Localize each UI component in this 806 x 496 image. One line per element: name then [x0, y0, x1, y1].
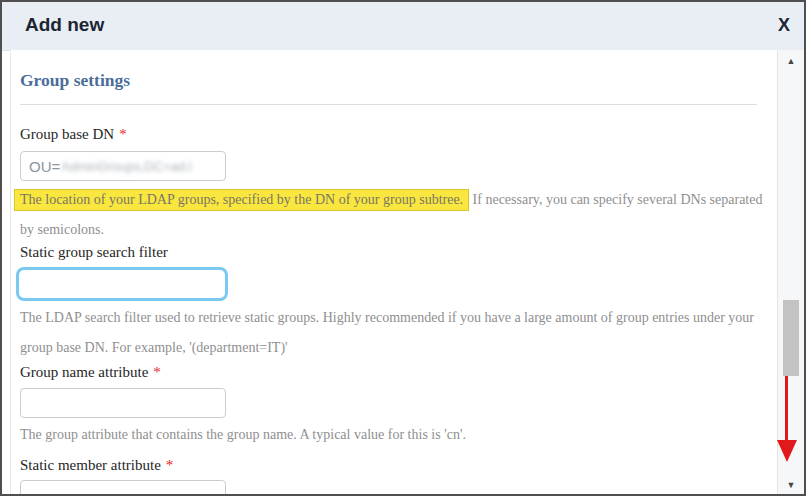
static-group-search-filter-help: The LDAP search filter used to retrieve … — [20, 303, 768, 363]
group-name-attribute-input[interactable] — [20, 388, 226, 418]
group-base-dn-input[interactable]: OU=AdminGroups,DC=ad.l — [20, 151, 226, 181]
static-group-search-filter-label: Static group search filter — [20, 244, 168, 261]
group-name-attribute-label: Group name attribute* — [20, 364, 161, 381]
scroll-up-icon[interactable]: ▲ — [778, 56, 804, 66]
highlighted-help-text: The location of your LDAP groups, specif… — [14, 189, 469, 211]
required-marker: * — [153, 364, 161, 380]
group-settings-heading: Group settings — [20, 70, 130, 91]
dialog-title: Add new — [25, 14, 104, 36]
group-base-dn-label: Group base DN* — [20, 126, 127, 143]
scrollbar-thumb[interactable] — [783, 300, 799, 376]
static-member-attribute-label: Static member attribute* — [20, 457, 173, 474]
group-base-dn-value-redacted: AdminGroups,DC=ad.l — [61, 159, 191, 174]
dialog-header: Add new X — [2, 2, 804, 51]
group-base-dn-value-prefix: OU= — [29, 158, 60, 175]
red-arrow-head-icon — [777, 440, 797, 462]
vertical-scrollbar[interactable]: ▲ ▼ — [777, 50, 804, 494]
static-group-search-filter-input[interactable] — [16, 267, 228, 301]
section-divider — [20, 104, 757, 105]
static-member-attribute-input[interactable] — [20, 480, 226, 496]
close-icon[interactable]: X — [778, 15, 790, 36]
required-marker: * — [119, 126, 127, 142]
red-arrow-annotation — [785, 376, 788, 440]
required-marker: * — [166, 457, 174, 473]
scroll-down-icon[interactable]: ▼ — [778, 480, 804, 490]
group-name-attribute-help: The group attribute that contains the gr… — [20, 420, 768, 450]
group-base-dn-help: The location of your LDAP groups, specif… — [20, 185, 768, 245]
add-new-dialog: Add new X Group settings Group base DN* … — [0, 0, 806, 496]
